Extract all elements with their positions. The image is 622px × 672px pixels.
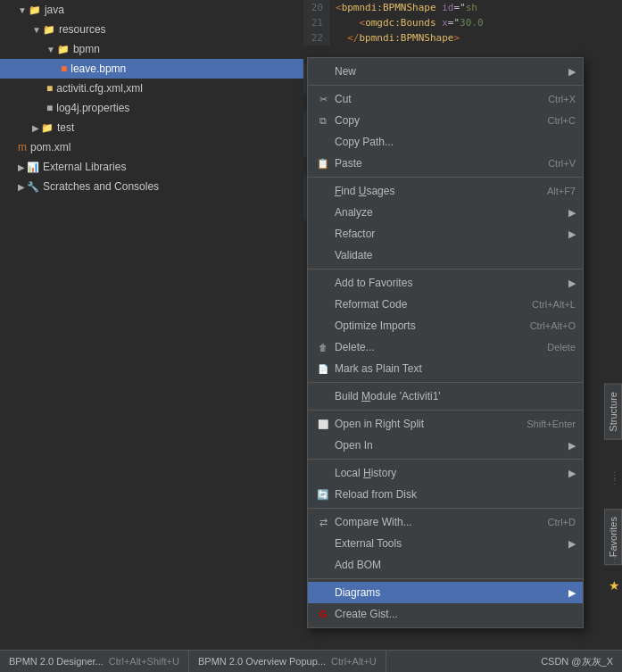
expand-arrow: ▼ (46, 45, 55, 54)
file-tree: ▼ 📁 java ▼ 📁 resources ▼ 📁 bpmn ■ leave.… (0, 0, 303, 672)
gist-icon: G (315, 609, 331, 619)
menu-item-new[interactable]: New ▶ (308, 61, 583, 82)
tree-item-activiti-cfg[interactable]: ■ activiti.cfg.xml,xml (0, 79, 303, 98)
folder-icon: 📁 (43, 24, 55, 36)
submenu-arrow: ▶ (568, 66, 576, 78)
menu-item-local-history[interactable]: Local History ▶ (308, 462, 583, 484)
menu-item-create-gist[interactable]: G Create Gist... (308, 603, 583, 625)
props-file-icon: ■ (46, 102, 53, 114)
scratch-icon: 🔧 (27, 181, 39, 193)
structure-tab[interactable]: Structure (604, 384, 622, 440)
menu-item-open-in[interactable]: Open In ▶ (308, 435, 583, 456)
xml-file-icon: ■ (46, 82, 53, 95)
menu-item-copy[interactable]: ⧉ Copy Ctrl+C (308, 110, 583, 131)
menu-item-compare[interactable]: ⇄ Compare With... Ctrl+D (308, 511, 583, 533)
expand-arrow: ▶ (18, 182, 25, 192)
tree-item-pom[interactable]: m pom.xml (0, 137, 303, 157)
menu-item-mark-plain[interactable]: 📄 Mark as Plain Text (308, 358, 583, 379)
menu-item-cut[interactable]: ✂ Cut Ctrl+X (308, 88, 583, 110)
expand-arrow: ▶ (18, 162, 25, 172)
submenu-arrow: ▶ (568, 207, 576, 219)
code-line-22: 22 </bpmndi:BPMNShape> (303, 30, 622, 46)
menu-item-reload-disk[interactable]: 🔄 Reload from Disk (308, 484, 583, 505)
expand-arrow: ▶ (32, 123, 39, 133)
tree-item-scratches[interactable]: ▶ 🔧 Scratches and Consoles (0, 177, 303, 196)
submenu-arrow: ▶ (568, 538, 576, 550)
lib-icon: 📊 (27, 162, 39, 173)
menu-item-paste[interactable]: 📋 Paste Ctrl+V (308, 153, 583, 174)
menu-item-diagrams[interactable]: Diagrams ▶ (308, 582, 583, 603)
menu-item-external-tools[interactable]: External Tools ▶ (308, 533, 583, 554)
user-info: CSDN @灰灰_X (532, 651, 622, 673)
code-line-20: 20 <bpmndi:BPMNShape id="sh (303, 0, 622, 15)
resize-handle: ⋮⋮ (610, 473, 619, 484)
separator-3 (308, 269, 583, 270)
bpmn-file-icon: ■ (61, 62, 67, 75)
menu-item-reformat[interactable]: Reformat Code Ctrl+Alt+L (308, 294, 583, 315)
tree-item-bpmn-folder[interactable]: ▼ 📁 bpmn (0, 39, 303, 59)
menu-item-add-bom[interactable]: Add BOM (308, 554, 583, 576)
bpmn-overview-button[interactable]: BPMN 2.0 Overview Popup... Ctrl+Alt+U (189, 651, 386, 673)
expand-arrow: ▼ (18, 5, 27, 15)
separator-4 (308, 382, 583, 383)
code-line-21: 21 <omgdc:Bounds x="30.0 (303, 15, 622, 30)
delete-icon: 🗑 (315, 343, 331, 353)
submenu-arrow: ▶ (568, 440, 576, 452)
submenu-arrow: ▶ (568, 468, 576, 479)
menu-item-find-usages[interactable]: Find Usages Alt+F7 (308, 180, 583, 202)
submenu-arrow: ▶ (568, 228, 576, 240)
status-bar: BPMN 2.0 Designer... Ctrl+Alt+Shift+U BP… (0, 650, 622, 672)
paste-icon: 📋 (315, 158, 331, 170)
menu-item-refactor[interactable]: Refactor ▶ (308, 223, 583, 245)
folder-icon: 📁 (57, 44, 70, 55)
folder-icon: 📁 (29, 4, 41, 16)
resize-handle-2: ⋮⋮ (610, 552, 619, 562)
separator-1 (308, 85, 583, 86)
submenu-arrow: ▶ (568, 278, 576, 289)
menu-item-validate[interactable]: Validate (308, 245, 583, 266)
tree-item-test[interactable]: ▶ 📁 test (0, 118, 303, 137)
bpmn-designer-button[interactable]: BPMN 2.0 Designer... Ctrl+Alt+Shift+U (0, 651, 189, 673)
menu-item-open-right-split[interactable]: ⬜ Open in Right Split Shift+Enter (308, 413, 583, 435)
pom-icon: m (18, 141, 27, 153)
context-menu: New ▶ ✂ Cut Ctrl+X ⧉ Copy Ctrl+C Copy Pa… (307, 57, 584, 628)
tree-item-resources[interactable]: ▼ 📁 resources (0, 20, 303, 39)
copy-icon: ⧉ (315, 115, 331, 127)
compare-icon: ⇄ (315, 517, 331, 528)
separator-2 (308, 177, 583, 178)
menu-item-add-favorites[interactable]: Add to Favorites ▶ (308, 272, 583, 294)
menu-item-analyze[interactable]: Analyze ▶ (308, 202, 583, 223)
reload-icon: 🔄 (315, 489, 331, 501)
submenu-arrow: ▶ (568, 587, 576, 599)
folder-icon: 📁 (41, 122, 54, 134)
separator-5 (308, 410, 583, 411)
separator-6 (308, 459, 583, 460)
menu-item-optimize[interactable]: Optimize Imports Ctrl+Alt+O (308, 315, 583, 336)
split-icon: ⬜ (315, 419, 331, 429)
tree-item-log4j[interactable]: ■ log4j.properties (0, 98, 303, 118)
tree-item-java[interactable]: ▼ 📁 java (0, 0, 303, 20)
menu-item-build-module[interactable]: Build Module 'Activiti1' (308, 386, 583, 407)
separator-7 (308, 508, 583, 509)
menu-item-delete[interactable]: 🗑 Delete... Delete (308, 336, 583, 358)
cut-icon: ✂ (315, 94, 331, 105)
expand-arrow: ▼ (32, 25, 41, 35)
separator-8 (308, 578, 583, 579)
plain-text-icon: 📄 (315, 364, 331, 374)
menu-item-copy-path[interactable]: Copy Path... (308, 131, 583, 153)
favorites-star-icon[interactable]: ★ (609, 578, 620, 593)
tree-item-ext-libs[interactable]: ▶ 📊 External Libraries (0, 157, 303, 177)
tree-item-leave-bpmn[interactable]: ■ leave.bpmn (0, 59, 303, 79)
